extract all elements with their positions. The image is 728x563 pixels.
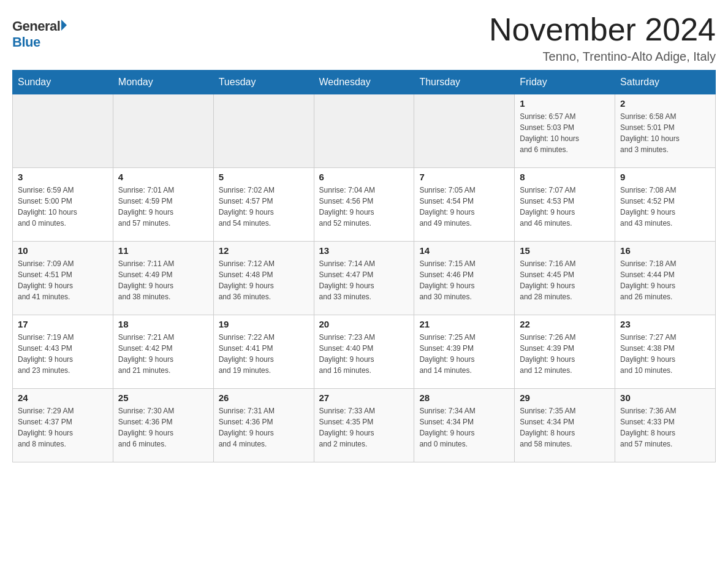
calendar-cell: 16Sunrise: 7:18 AM Sunset: 4:44 PM Dayli… (615, 242, 716, 315)
calendar-cell: 22Sunrise: 7:26 AM Sunset: 4:39 PM Dayli… (515, 315, 615, 389)
day-info: Sunrise: 7:36 AM Sunset: 4:33 PM Dayligh… (620, 405, 710, 450)
calendar-cell: 1Sunrise: 6:57 AM Sunset: 5:03 PM Daylig… (515, 94, 615, 168)
day-info: Sunrise: 6:58 AM Sunset: 5:01 PM Dayligh… (620, 111, 710, 155)
day-info: Sunrise: 7:08 AM Sunset: 4:52 PM Dayligh… (620, 185, 710, 229)
day-info: Sunrise: 7:35 AM Sunset: 4:34 PM Dayligh… (520, 405, 610, 450)
day-info: Sunrise: 7:16 AM Sunset: 4:45 PM Dayligh… (520, 258, 610, 302)
calendar-header-sunday: Sunday (13, 71, 113, 94)
calendar-header-monday: Monday (113, 71, 213, 94)
day-number: 2 (620, 98, 710, 109)
calendar-cell: 25Sunrise: 7:30 AM Sunset: 4:36 PM Dayli… (113, 389, 213, 462)
day-number: 29 (520, 393, 610, 403)
page-header: General Blue November 2024 Tenno, Trenti… (12, 12, 716, 64)
day-info: Sunrise: 7:05 AM Sunset: 4:54 PM Dayligh… (419, 185, 509, 229)
day-number: 26 (219, 393, 309, 403)
day-info: Sunrise: 7:23 AM Sunset: 4:40 PM Dayligh… (319, 332, 409, 376)
calendar-cell: 17Sunrise: 7:19 AM Sunset: 4:43 PM Dayli… (13, 315, 113, 389)
title-block: November 2024 Tenno, Trentino-Alto Adige… (489, 12, 716, 64)
calendar-week-row: 1Sunrise: 6:57 AM Sunset: 5:03 PM Daylig… (13, 94, 716, 168)
day-number: 27 (319, 393, 409, 403)
day-number: 18 (118, 319, 208, 329)
day-number: 12 (219, 245, 309, 256)
calendar-table: SundayMondayTuesdayWednesdayThursdayFrid… (12, 70, 716, 462)
calendar-cell: 24Sunrise: 7:29 AM Sunset: 4:37 PM Dayli… (13, 389, 113, 462)
month-title: November 2024 (489, 12, 716, 47)
calendar-cell: 9Sunrise: 7:08 AM Sunset: 4:52 PM Daylig… (615, 168, 716, 242)
day-number: 23 (620, 319, 710, 329)
calendar-cell: 20Sunrise: 7:23 AM Sunset: 4:40 PM Dayli… (314, 315, 414, 389)
day-number: 24 (18, 393, 108, 403)
day-number: 6 (319, 172, 409, 182)
day-number: 5 (219, 172, 309, 182)
calendar-cell: 18Sunrise: 7:21 AM Sunset: 4:42 PM Dayli… (113, 315, 213, 389)
day-info: Sunrise: 7:12 AM Sunset: 4:48 PM Dayligh… (219, 258, 309, 302)
calendar-cell: 12Sunrise: 7:12 AM Sunset: 4:48 PM Dayli… (213, 242, 314, 315)
day-number: 3 (18, 172, 108, 182)
day-number: 4 (118, 172, 208, 182)
day-number: 8 (520, 172, 610, 182)
day-number: 16 (620, 245, 710, 256)
day-info: Sunrise: 7:26 AM Sunset: 4:39 PM Dayligh… (520, 332, 610, 376)
day-info: Sunrise: 7:25 AM Sunset: 4:39 PM Dayligh… (419, 332, 509, 376)
logo-arrow-icon (61, 20, 67, 31)
calendar-cell: 13Sunrise: 7:14 AM Sunset: 4:47 PM Dayli… (314, 242, 414, 315)
day-number: 17 (18, 319, 108, 329)
day-info: Sunrise: 7:31 AM Sunset: 4:36 PM Dayligh… (219, 405, 309, 450)
calendar-cell: 19Sunrise: 7:22 AM Sunset: 4:41 PM Dayli… (213, 315, 314, 389)
calendar-cell: 28Sunrise: 7:34 AM Sunset: 4:34 PM Dayli… (414, 389, 515, 462)
calendar-cell (414, 94, 515, 168)
day-number: 21 (419, 319, 509, 329)
day-number: 19 (219, 319, 309, 329)
calendar-cell: 2Sunrise: 6:58 AM Sunset: 5:01 PM Daylig… (615, 94, 716, 168)
day-info: Sunrise: 7:34 AM Sunset: 4:34 PM Dayligh… (419, 405, 509, 450)
calendar-cell: 3Sunrise: 6:59 AM Sunset: 5:00 PM Daylig… (13, 168, 113, 242)
day-number: 9 (620, 172, 710, 182)
calendar-header-tuesday: Tuesday (213, 71, 314, 94)
calendar-cell: 8Sunrise: 7:07 AM Sunset: 4:53 PM Daylig… (515, 168, 615, 242)
calendar-cell (314, 94, 414, 168)
day-info: Sunrise: 7:04 AM Sunset: 4:56 PM Dayligh… (319, 185, 409, 229)
day-info: Sunrise: 7:02 AM Sunset: 4:57 PM Dayligh… (219, 185, 309, 229)
calendar-cell: 15Sunrise: 7:16 AM Sunset: 4:45 PM Dayli… (515, 242, 615, 315)
day-info: Sunrise: 7:30 AM Sunset: 4:36 PM Dayligh… (118, 405, 208, 450)
calendar-week-row: 10Sunrise: 7:09 AM Sunset: 4:51 PM Dayli… (13, 242, 716, 315)
day-number: 10 (18, 245, 108, 256)
location: Tenno, Trentino-Alto Adige, Italy (489, 50, 716, 64)
calendar-cell: 27Sunrise: 7:33 AM Sunset: 4:35 PM Dayli… (314, 389, 414, 462)
calendar-cell: 6Sunrise: 7:04 AM Sunset: 4:56 PM Daylig… (314, 168, 414, 242)
logo-blue-text: Blue (12, 34, 40, 50)
calendar-cell: 4Sunrise: 7:01 AM Sunset: 4:59 PM Daylig… (113, 168, 213, 242)
calendar-cell: 5Sunrise: 7:02 AM Sunset: 4:57 PM Daylig… (213, 168, 314, 242)
day-number: 7 (419, 172, 509, 182)
day-number: 15 (520, 245, 610, 256)
calendar-cell: 11Sunrise: 7:11 AM Sunset: 4:49 PM Dayli… (113, 242, 213, 315)
day-number: 1 (520, 98, 610, 109)
calendar-cell: 7Sunrise: 7:05 AM Sunset: 4:54 PM Daylig… (414, 168, 515, 242)
calendar-header-wednesday: Wednesday (314, 71, 414, 94)
calendar-cell (13, 94, 113, 168)
day-number: 30 (620, 393, 710, 403)
day-number: 13 (319, 245, 409, 256)
day-info: Sunrise: 7:09 AM Sunset: 4:51 PM Dayligh… (18, 258, 108, 302)
calendar-week-row: 24Sunrise: 7:29 AM Sunset: 4:37 PM Dayli… (13, 389, 716, 462)
day-info: Sunrise: 7:22 AM Sunset: 4:41 PM Dayligh… (219, 332, 309, 376)
day-number: 11 (118, 245, 208, 256)
day-info: Sunrise: 7:14 AM Sunset: 4:47 PM Dayligh… (319, 258, 409, 302)
logo: General Blue (12, 12, 67, 50)
calendar-cell: 23Sunrise: 7:27 AM Sunset: 4:38 PM Dayli… (615, 315, 716, 389)
calendar-header-saturday: Saturday (615, 71, 716, 94)
day-number: 28 (419, 393, 509, 403)
day-info: Sunrise: 7:33 AM Sunset: 4:35 PM Dayligh… (319, 405, 409, 450)
day-info: Sunrise: 6:57 AM Sunset: 5:03 PM Dayligh… (520, 111, 610, 155)
calendar-cell: 14Sunrise: 7:15 AM Sunset: 4:46 PM Dayli… (414, 242, 515, 315)
calendar-cell: 21Sunrise: 7:25 AM Sunset: 4:39 PM Dayli… (414, 315, 515, 389)
logo-general-text: General (12, 18, 60, 34)
day-info: Sunrise: 7:27 AM Sunset: 4:38 PM Dayligh… (620, 332, 710, 376)
day-info: Sunrise: 7:15 AM Sunset: 4:46 PM Dayligh… (419, 258, 509, 302)
day-info: Sunrise: 7:18 AM Sunset: 4:44 PM Dayligh… (620, 258, 710, 302)
calendar-cell: 26Sunrise: 7:31 AM Sunset: 4:36 PM Dayli… (213, 389, 314, 462)
day-info: Sunrise: 7:07 AM Sunset: 4:53 PM Dayligh… (520, 185, 610, 229)
calendar-cell (113, 94, 213, 168)
day-info: Sunrise: 7:29 AM Sunset: 4:37 PM Dayligh… (18, 405, 108, 450)
day-info: Sunrise: 7:21 AM Sunset: 4:42 PM Dayligh… (118, 332, 208, 376)
